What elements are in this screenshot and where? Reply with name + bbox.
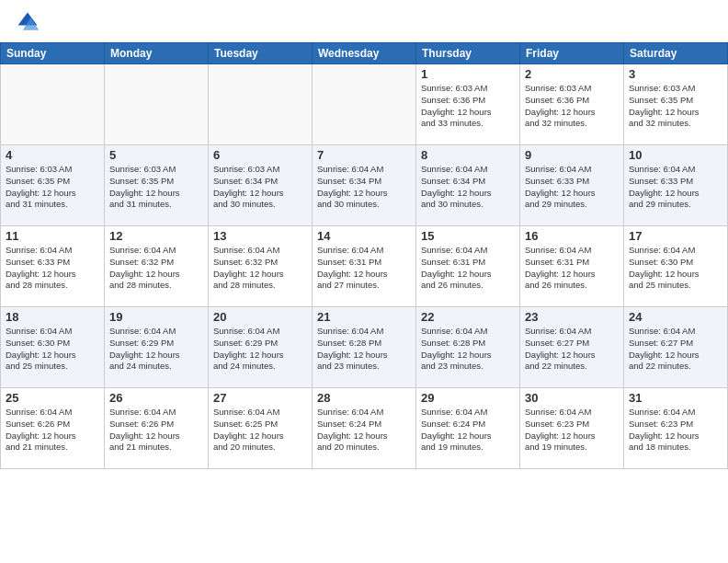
day-info: Sunrise: 6:04 AM Sunset: 6:31 PM Dayligh…: [525, 245, 619, 292]
day-number: 15: [421, 229, 515, 243]
calendar-cell: 17Sunrise: 6:04 AM Sunset: 6:30 PM Dayli…: [624, 226, 728, 307]
calendar-cell: 9Sunrise: 6:04 AM Sunset: 6:33 PM Daylig…: [520, 145, 624, 226]
calendar-cell: 10Sunrise: 6:04 AM Sunset: 6:33 PM Dayli…: [624, 145, 728, 226]
calendar-cell: 8Sunrise: 6:04 AM Sunset: 6:34 PM Daylig…: [416, 145, 520, 226]
day-info: Sunrise: 6:04 AM Sunset: 6:29 PM Dayligh…: [109, 326, 203, 373]
calendar-cell: [209, 64, 313, 145]
day-info: Sunrise: 6:04 AM Sunset: 6:28 PM Dayligh…: [317, 326, 411, 373]
day-info: Sunrise: 6:03 AM Sunset: 6:35 PM Dayligh…: [6, 164, 99, 211]
weekday-header-thursday: Thursday: [416, 43, 520, 64]
calendar-cell: [1, 64, 105, 145]
day-number: 27: [213, 391, 307, 405]
day-number: 31: [629, 391, 722, 405]
day-info: Sunrise: 6:04 AM Sunset: 6:26 PM Dayligh…: [109, 407, 203, 454]
day-info: Sunrise: 6:04 AM Sunset: 6:31 PM Dayligh…: [421, 245, 515, 292]
day-number: 14: [317, 229, 411, 243]
calendar-cell: 31Sunrise: 6:04 AM Sunset: 6:23 PM Dayli…: [624, 388, 728, 469]
day-info: Sunrise: 6:04 AM Sunset: 6:28 PM Dayligh…: [421, 326, 515, 373]
day-number: 2: [525, 67, 619, 81]
day-info: Sunrise: 6:04 AM Sunset: 6:33 PM Dayligh…: [525, 164, 619, 211]
day-number: 4: [6, 148, 99, 162]
day-number: 12: [109, 229, 203, 243]
calendar-cell: 26Sunrise: 6:04 AM Sunset: 6:26 PM Dayli…: [105, 388, 209, 469]
day-info: Sunrise: 6:04 AM Sunset: 6:30 PM Dayligh…: [6, 326, 99, 373]
calendar-cell: 21Sunrise: 6:04 AM Sunset: 6:28 PM Dayli…: [313, 307, 416, 388]
day-number: 13: [213, 229, 307, 243]
day-number: 25: [6, 391, 99, 405]
day-info: Sunrise: 6:04 AM Sunset: 6:25 PM Dayligh…: [213, 407, 307, 454]
calendar-cell: 7Sunrise: 6:04 AM Sunset: 6:34 PM Daylig…: [313, 145, 416, 226]
day-info: Sunrise: 6:04 AM Sunset: 6:23 PM Dayligh…: [629, 407, 722, 454]
day-number: 8: [421, 148, 515, 162]
day-number: 23: [525, 310, 619, 324]
weekday-header-row: SundayMondayTuesdayWednesdayThursdayFrid…: [1, 43, 728, 64]
day-info: Sunrise: 6:04 AM Sunset: 6:34 PM Dayligh…: [421, 164, 515, 211]
calendar-cell: 29Sunrise: 6:04 AM Sunset: 6:24 PM Dayli…: [416, 388, 520, 469]
day-number: 19: [109, 310, 203, 324]
day-info: Sunrise: 6:04 AM Sunset: 6:23 PM Dayligh…: [525, 407, 619, 454]
calendar-week-row: 11Sunrise: 6:04 AM Sunset: 6:33 PM Dayli…: [1, 226, 728, 307]
calendar-cell: 12Sunrise: 6:04 AM Sunset: 6:32 PM Dayli…: [105, 226, 209, 307]
day-info: Sunrise: 6:04 AM Sunset: 6:33 PM Dayligh…: [6, 245, 99, 292]
weekday-header-tuesday: Tuesday: [209, 43, 313, 64]
logo: [15, 9, 44, 35]
day-number: 18: [6, 310, 99, 324]
calendar-cell: [105, 64, 209, 145]
weekday-header-sunday: Sunday: [1, 43, 105, 64]
calendar-cell: 1Sunrise: 6:03 AM Sunset: 6:36 PM Daylig…: [416, 64, 520, 145]
day-number: 16: [525, 229, 619, 243]
day-number: 29: [421, 391, 515, 405]
weekday-header-friday: Friday: [520, 43, 624, 64]
calendar-cell: 13Sunrise: 6:04 AM Sunset: 6:32 PM Dayli…: [209, 226, 313, 307]
calendar-cell: 23Sunrise: 6:04 AM Sunset: 6:27 PM Dayli…: [520, 307, 624, 388]
calendar-cell: 24Sunrise: 6:04 AM Sunset: 6:27 PM Dayli…: [624, 307, 728, 388]
weekday-header-saturday: Saturday: [624, 43, 728, 64]
calendar-cell: 16Sunrise: 6:04 AM Sunset: 6:31 PM Dayli…: [520, 226, 624, 307]
day-info: Sunrise: 6:03 AM Sunset: 6:36 PM Dayligh…: [525, 83, 619, 130]
day-number: 30: [525, 391, 619, 405]
day-info: Sunrise: 6:03 AM Sunset: 6:35 PM Dayligh…: [629, 83, 722, 130]
calendar-cell: [313, 64, 416, 145]
calendar-cell: 11Sunrise: 6:04 AM Sunset: 6:33 PM Dayli…: [1, 226, 105, 307]
weekday-header-monday: Monday: [105, 43, 209, 64]
header: [0, 0, 728, 39]
logo-icon: [15, 9, 40, 35]
day-number: 3: [629, 67, 722, 81]
calendar-week-row: 25Sunrise: 6:04 AM Sunset: 6:26 PM Dayli…: [1, 388, 728, 469]
calendar-cell: 22Sunrise: 6:04 AM Sunset: 6:28 PM Dayli…: [416, 307, 520, 388]
calendar-cell: 2Sunrise: 6:03 AM Sunset: 6:36 PM Daylig…: [520, 64, 624, 145]
day-info: Sunrise: 6:04 AM Sunset: 6:24 PM Dayligh…: [317, 407, 411, 454]
calendar-cell: 3Sunrise: 6:03 AM Sunset: 6:35 PM Daylig…: [624, 64, 728, 145]
calendar-cell: 14Sunrise: 6:04 AM Sunset: 6:31 PM Dayli…: [313, 226, 416, 307]
day-info: Sunrise: 6:04 AM Sunset: 6:24 PM Dayligh…: [421, 407, 515, 454]
calendar-week-row: 1Sunrise: 6:03 AM Sunset: 6:36 PM Daylig…: [1, 64, 728, 145]
day-info: Sunrise: 6:04 AM Sunset: 6:27 PM Dayligh…: [525, 326, 619, 373]
day-number: 26: [109, 391, 203, 405]
day-number: 1: [421, 67, 515, 81]
day-number: 22: [421, 310, 515, 324]
calendar-table: SundayMondayTuesdayWednesdayThursdayFrid…: [0, 42, 728, 469]
calendar-cell: 27Sunrise: 6:04 AM Sunset: 6:25 PM Dayli…: [209, 388, 313, 469]
day-number: 11: [6, 229, 99, 243]
day-number: 6: [213, 148, 307, 162]
day-info: Sunrise: 6:03 AM Sunset: 6:34 PM Dayligh…: [213, 164, 307, 211]
day-number: 28: [317, 391, 411, 405]
calendar-cell: 6Sunrise: 6:03 AM Sunset: 6:34 PM Daylig…: [209, 145, 313, 226]
calendar-cell: 19Sunrise: 6:04 AM Sunset: 6:29 PM Dayli…: [105, 307, 209, 388]
day-info: Sunrise: 6:04 AM Sunset: 6:34 PM Dayligh…: [317, 164, 411, 211]
day-number: 10: [629, 148, 722, 162]
day-info: Sunrise: 6:04 AM Sunset: 6:32 PM Dayligh…: [213, 245, 307, 292]
calendar-cell: 5Sunrise: 6:03 AM Sunset: 6:35 PM Daylig…: [105, 145, 209, 226]
calendar-week-row: 4Sunrise: 6:03 AM Sunset: 6:35 PM Daylig…: [1, 145, 728, 226]
calendar-cell: 20Sunrise: 6:04 AM Sunset: 6:29 PM Dayli…: [209, 307, 313, 388]
calendar-cell: 28Sunrise: 6:04 AM Sunset: 6:24 PM Dayli…: [313, 388, 416, 469]
calendar-week-row: 18Sunrise: 6:04 AM Sunset: 6:30 PM Dayli…: [1, 307, 728, 388]
day-info: Sunrise: 6:04 AM Sunset: 6:31 PM Dayligh…: [317, 245, 411, 292]
day-number: 24: [629, 310, 722, 324]
weekday-header-wednesday: Wednesday: [313, 43, 416, 64]
calendar-cell: 30Sunrise: 6:04 AM Sunset: 6:23 PM Dayli…: [520, 388, 624, 469]
day-number: 20: [213, 310, 307, 324]
day-info: Sunrise: 6:03 AM Sunset: 6:36 PM Dayligh…: [421, 83, 515, 130]
day-info: Sunrise: 6:04 AM Sunset: 6:33 PM Dayligh…: [629, 164, 722, 211]
day-info: Sunrise: 6:04 AM Sunset: 6:29 PM Dayligh…: [213, 326, 307, 373]
